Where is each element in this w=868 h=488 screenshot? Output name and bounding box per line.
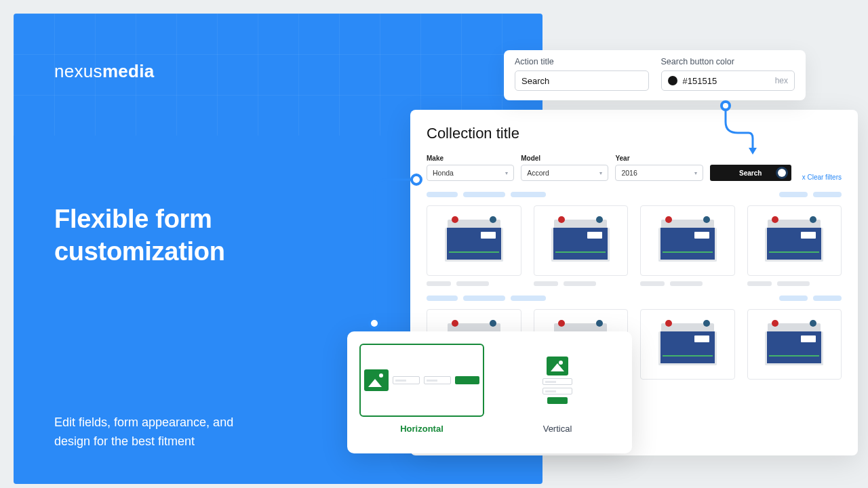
vertical-preview-icon — [495, 344, 620, 417]
make-label: Make — [427, 155, 514, 162]
product-card[interactable] — [640, 205, 735, 286]
chevron-down-icon: ▾ — [599, 170, 602, 176]
model-label: Model — [521, 155, 608, 162]
layout-option-horizontal[interactable]: Horizontal — [359, 344, 484, 441]
year-select[interactable]: 2016▾ — [615, 165, 703, 181]
vertical-label: Vertical — [543, 424, 572, 434]
layout-option-vertical[interactable]: Vertical — [495, 344, 620, 441]
action-title-field: Action title Search — [515, 57, 649, 92]
layout-chooser-card: Horizontal Vertical — [347, 331, 632, 453]
model-select[interactable]: Accord▾ — [521, 165, 608, 181]
color-label: Search button color — [661, 57, 795, 66]
hero-headline: Flexible form customization — [54, 203, 225, 268]
search-button[interactable]: Search — [710, 165, 791, 181]
highlight-dot-icon — [778, 169, 786, 177]
clear-filters-link[interactable]: x Clear filters — [802, 174, 842, 181]
action-title-label: Action title — [515, 57, 649, 66]
filter-model: Model Accord▾ — [521, 155, 608, 181]
settings-card: Action title Search Search button color … — [504, 50, 806, 100]
brand-logo: nexusmedia — [54, 61, 502, 82]
color-format-label: hex — [775, 76, 788, 85]
filter-row: Make Honda▾ Model Accord▾ Year 2016▾ Sea… — [427, 155, 842, 181]
hero-subcopy: Edit fields, form appearance, and design… — [54, 413, 258, 451]
chevron-down-icon: ▾ — [694, 170, 697, 176]
make-select[interactable]: Honda▾ — [427, 165, 514, 181]
action-title-input[interactable]: Search — [515, 70, 649, 91]
horizontal-label: Horizontal — [400, 424, 443, 434]
svg-point-0 — [722, 102, 730, 110]
headline-line1: Flexible form — [54, 203, 225, 236]
product-card[interactable] — [427, 205, 521, 286]
product-card[interactable] — [747, 309, 842, 380]
horizontal-preview-icon — [359, 344, 484, 417]
color-swatch-icon — [668, 76, 677, 85]
brand-part1: nexus — [54, 61, 102, 81]
product-card[interactable] — [534, 205, 629, 286]
color-input[interactable]: #151515hex — [661, 70, 795, 91]
filter-year: Year 2016▾ — [615, 155, 703, 181]
headline-line2: customization — [54, 236, 225, 268]
product-grid-row1 — [427, 205, 842, 286]
placeholder-bars-mid — [427, 296, 842, 301]
filter-make: Make Honda▾ — [427, 155, 514, 181]
product-card[interactable] — [747, 205, 842, 286]
collection-title: Collection title — [427, 125, 842, 142]
color-field: Search button color #151515hex — [661, 57, 795, 92]
brand-part2: media — [102, 61, 155, 81]
year-label: Year — [615, 155, 703, 162]
placeholder-bars-top — [427, 192, 842, 197]
chevron-down-icon: ▾ — [505, 170, 508, 176]
product-card[interactable] — [640, 309, 735, 380]
